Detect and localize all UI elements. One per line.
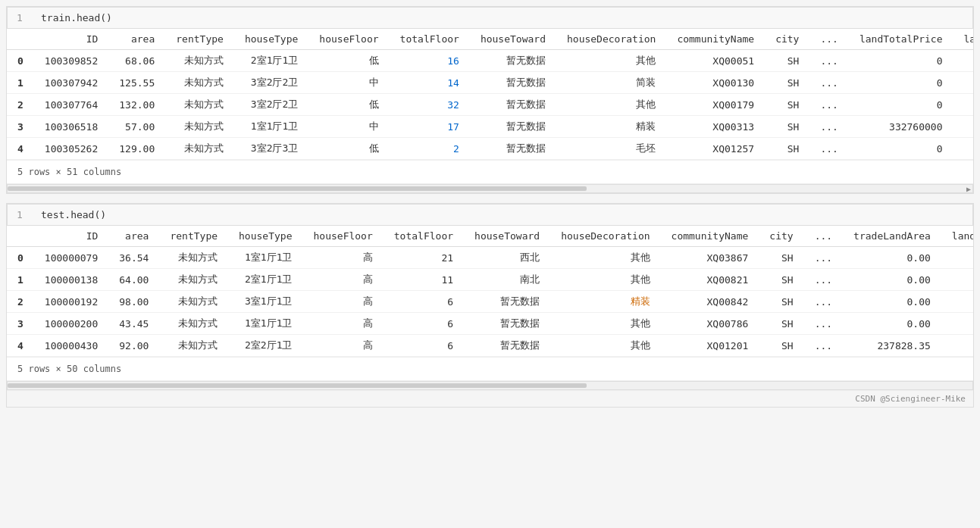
table-cell: 0.0000 [953,94,973,116]
table-cell: SH [759,335,803,357]
table-cell: 未知方式 [165,50,234,72]
table-row: 410000043092.00未知方式2室2厅1卫高6暂无数据其他XQ01201… [7,335,973,357]
table-cell: 其他 [550,247,660,269]
table-cell: XQ00051 [666,50,765,72]
table-cell: 3室2厅2卫 [234,72,308,94]
th-totalfloor: totalFloor [390,29,470,50]
table-cell: 0.0000 [953,50,973,72]
th-index [7,29,34,50]
table-cell: 100307764 [34,94,108,116]
table-cell: ... [804,313,843,335]
table-cell: XQ00821 [661,269,759,291]
table-cell: ... [804,247,843,269]
section1: 1 train.head() ID area rentType houseTyp… [6,6,974,194]
table-row: 2100307764132.00未知方式3室2厅2卫低32暂无数据其他XQ001… [7,94,973,116]
scroll-right-arrow[interactable]: ▶ [966,185,971,193]
table-cell: XQ00130 [666,72,765,94]
table-cell: 4 [7,335,34,357]
table-cell: ... [809,116,848,138]
table-cell: 未知方式 [165,94,234,116]
table-cell: XQ01201 [661,335,759,357]
table-cell: 0.00 [843,291,941,313]
th-dots: ... [809,29,848,50]
table-cell: 未知方式 [159,313,228,335]
table-cell: 100000200 [34,313,108,335]
scrollbar2-thumb[interactable] [8,383,587,388]
table-cell: 暂无数据 [464,313,550,335]
table-cell: XQ00786 [661,313,759,335]
code-text-1: train.head() [41,12,112,23]
table-cell: 21 [384,247,464,269]
table-cell: 14 [390,72,470,94]
table-cell: 100305262 [34,138,108,160]
table-cell: 4 [7,138,34,160]
code-block-2: 1 test.head() [7,204,973,226]
table-cell: 中 [308,116,389,138]
th-renttype: rentType [165,29,234,50]
table-cell: 100000138 [34,269,108,291]
table-cell: 0.0000 [953,72,973,94]
th2-communityname: communityName [661,226,759,247]
table-cell: 高 [303,247,384,269]
table-cell: 1078790000 [941,335,973,357]
table-cell: 低 [308,138,389,160]
scrollbar2[interactable] [7,381,973,390]
table-cell: 36.54 [108,247,159,269]
table-cell: 98.00 [108,291,159,313]
table-cell: 43.45 [108,313,159,335]
table-cell: 暂无数据 [464,335,550,357]
table-cell: 64.00 [108,269,159,291]
table-row: 010000007936.54未知方式1室1厅1卫高21西北其他XQ03867S… [7,247,973,269]
table-cell: 简装 [556,72,666,94]
table-cell: 16 [390,50,470,72]
footer: CSDN @Sciengineer-Mike [7,390,973,407]
table-cell: 0 [941,269,973,291]
table-cell: 未知方式 [165,138,234,160]
th2-landtotalprice: landTotalPrice [941,226,973,247]
line-number-2: 1 [17,209,29,220]
table1-header-row: ID area rentType houseType houseFloor to… [7,29,973,50]
table1: ID area rentType houseType houseFloor to… [7,29,973,160]
table-cell: 未知方式 [165,116,234,138]
scrollbar1[interactable]: ▶ [7,184,973,193]
table1-wrapper[interactable]: ID area rentType houseType houseFloor to… [7,29,973,161]
table-cell: 暂无数据 [470,138,556,160]
th2-area: area [108,226,159,247]
table-cell: 低 [308,94,389,116]
table-row: 210000019298.00未知方式3室1厅1卫高6暂无数据精装XQ00842… [7,291,973,313]
table-cell: 毛坯 [556,138,666,160]
table-cell: SH [765,138,809,160]
table-cell: 2室1厅1卫 [234,50,308,72]
table-cell: SH [765,116,809,138]
code-block-1: 1 train.head() [7,7,973,29]
th2-housefloor: houseFloor [303,226,384,247]
table-cell: 6 [384,313,464,335]
table-cell: 精装 [550,291,660,313]
table-cell: 3 [7,116,34,138]
table-cell: 未知方式 [159,335,228,357]
table-cell: 0.00 [843,269,941,291]
table-cell: 3室2厅2卫 [234,94,308,116]
table-cell: 125.55 [108,72,165,94]
table-cell: 0 [7,50,34,72]
table-cell: 暂无数据 [470,116,556,138]
table-cell: 3080.0331 [953,116,973,138]
table-cell: 332760000 [849,116,953,138]
table-cell: 高 [303,335,384,357]
table-row: 1100307942125.55未知方式3室2厅2卫中14暂无数据简装XQ001… [7,72,973,94]
table2: ID area rentType houseType houseFloor to… [7,226,973,357]
table2-wrapper[interactable]: ID area rentType houseType houseFloor to… [7,226,973,358]
table-cell: 11 [384,269,464,291]
th-landmeanprice: landMeanPrice [953,29,973,50]
table-cell: 1 [7,269,34,291]
table-cell: 2 [390,138,470,160]
table-cell: 2室1厅1卫 [228,269,302,291]
table-cell: 高 [303,291,384,313]
table-cell: 0 [941,247,973,269]
table-cell: 2室2厅1卫 [228,335,302,357]
th-housetoward: houseToward [470,29,556,50]
table-cell: SH [759,313,803,335]
table-cell: 未知方式 [159,291,228,313]
scrollbar1-thumb[interactable] [8,186,587,191]
th-area: area [108,29,165,50]
